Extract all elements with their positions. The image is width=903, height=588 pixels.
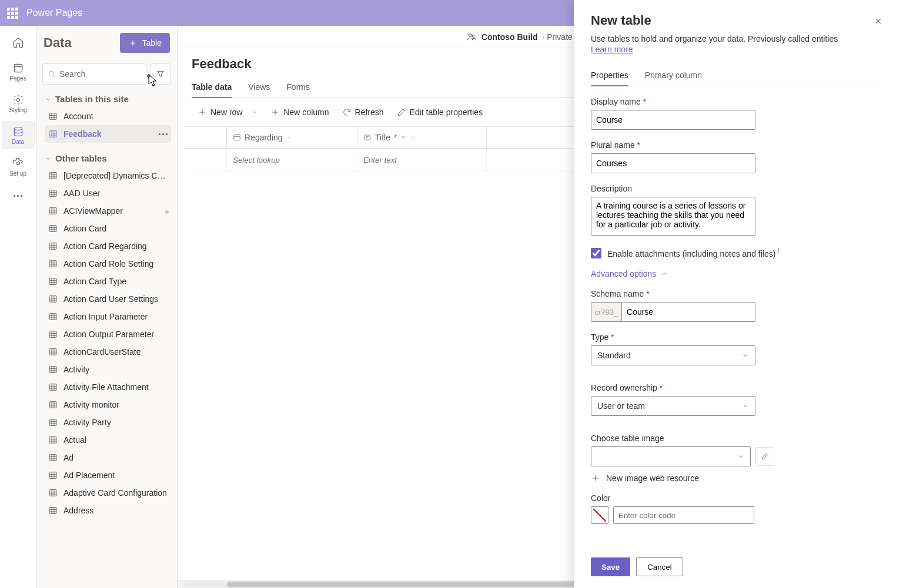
enable-attachments-checkbox[interactable] bbox=[591, 248, 601, 258]
new-table-button[interactable]: ＋ Table bbox=[120, 33, 170, 53]
learn-more-link[interactable]: Learn more bbox=[591, 45, 633, 54]
table-item[interactable]: Action Output Parameter bbox=[45, 325, 171, 343]
svg-rect-9 bbox=[49, 208, 56, 214]
text-input[interactable] bbox=[363, 156, 480, 164]
nav-rail: PagesStylingDataSet up bbox=[0, 26, 36, 588]
chevron-down-icon bbox=[286, 135, 292, 140]
table-item[interactable]: Feedback bbox=[45, 125, 171, 143]
edit-icon bbox=[397, 107, 406, 117]
tab-views[interactable]: Views bbox=[248, 78, 270, 98]
svg-rect-23 bbox=[49, 455, 56, 461]
panel-subtitle: Use tables to hold and organize your dat… bbox=[591, 34, 887, 43]
search-input-wrap[interactable] bbox=[42, 63, 146, 85]
svg-rect-7 bbox=[49, 173, 56, 179]
panel-tab-primary-column[interactable]: Primary column bbox=[645, 66, 702, 86]
group-icon bbox=[466, 32, 477, 42]
edit-icon bbox=[761, 452, 769, 461]
lookup-input[interactable] bbox=[233, 156, 351, 164]
section-other-tables[interactable]: Other tables bbox=[45, 153, 171, 163]
column-selector[interactable] bbox=[185, 127, 227, 148]
column-header-title[interactable]: Title * bbox=[357, 127, 487, 148]
panel-tab-properties[interactable]: Properties bbox=[591, 66, 628, 86]
table-item[interactable]: Action Card Type bbox=[45, 273, 171, 290]
svg-rect-29 bbox=[234, 135, 240, 140]
table-item[interactable]: Activity File Attachment bbox=[45, 378, 171, 396]
more-icon[interactable] bbox=[159, 133, 168, 135]
cmd-refresh[interactable]: Refresh bbox=[336, 105, 390, 119]
advanced-options-toggle[interactable]: Advanced options bbox=[591, 269, 887, 278]
waffle-icon[interactable] bbox=[7, 8, 18, 19]
table-item[interactable]: Action Card User Settings bbox=[45, 290, 171, 308]
color-code-input[interactable] bbox=[613, 506, 754, 524]
table-icon bbox=[48, 382, 58, 392]
table-icon bbox=[48, 294, 58, 304]
table-item[interactable]: Action Card Regarding bbox=[45, 237, 171, 255]
save-button[interactable]: Save bbox=[591, 557, 630, 576]
schema-name-input[interactable] bbox=[621, 302, 755, 322]
color-swatch[interactable] bbox=[591, 506, 608, 524]
table-item[interactable]: [Deprecated] Dynamics Cust... bbox=[45, 167, 171, 184]
svg-point-2 bbox=[14, 127, 22, 130]
table-item[interactable]: Account bbox=[45, 107, 171, 125]
type-select[interactable]: Standard bbox=[591, 345, 755, 365]
tab-forms[interactable]: Forms bbox=[286, 78, 310, 98]
table-item[interactable]: ACIViewMapper bbox=[45, 202, 171, 220]
plural-name-input[interactable] bbox=[591, 153, 755, 173]
rail-item-styling[interactable]: Styling bbox=[2, 89, 35, 117]
table-icon bbox=[48, 418, 58, 427]
home-icon bbox=[12, 36, 24, 48]
table-item[interactable]: Actual bbox=[45, 431, 171, 449]
chevron-down-icon bbox=[252, 109, 257, 115]
ownership-select[interactable]: User or team bbox=[591, 396, 755, 416]
chevron-down-icon bbox=[45, 96, 52, 103]
rail-item-set-up[interactable]: Set up bbox=[2, 153, 35, 181]
svg-point-4 bbox=[49, 71, 53, 76]
table-icon bbox=[48, 129, 58, 139]
column-header-regarding[interactable]: Regarding bbox=[227, 127, 357, 148]
close-button[interactable] bbox=[870, 13, 887, 29]
table-item[interactable]: Activity bbox=[45, 361, 171, 378]
lookup-icon bbox=[233, 133, 241, 142]
table-item[interactable]: Action Card bbox=[45, 220, 171, 237]
new-image-resource-button[interactable]: New image web resource bbox=[591, 473, 887, 483]
chevron-down-icon bbox=[410, 135, 416, 140]
rail-item-pages[interactable]: Pages bbox=[2, 58, 35, 86]
rail-icon bbox=[12, 157, 24, 169]
table-item[interactable]: Ad bbox=[45, 449, 171, 466]
table-item[interactable]: Action Input Parameter bbox=[45, 308, 171, 325]
table-icon bbox=[48, 171, 58, 180]
search-input[interactable] bbox=[59, 69, 141, 79]
cancel-button[interactable]: Cancel bbox=[636, 557, 683, 576]
table-item[interactable]: Action Card Role Setting bbox=[45, 255, 171, 273]
svg-rect-21 bbox=[49, 419, 56, 426]
description-input[interactable] bbox=[591, 197, 755, 236]
section-tables-in-site[interactable]: Tables in this site bbox=[45, 94, 171, 104]
image-select[interactable] bbox=[591, 446, 751, 466]
svg-rect-0 bbox=[14, 64, 22, 72]
new-table-panel: New table Use tables to hold and organiz… bbox=[574, 0, 903, 588]
cmd-new-row[interactable]: New row bbox=[192, 105, 263, 119]
edit-image-button[interactable] bbox=[755, 447, 774, 466]
home-button[interactable] bbox=[2, 31, 35, 54]
svg-rect-19 bbox=[49, 384, 56, 391]
rail-more-button[interactable] bbox=[2, 187, 35, 204]
table-item[interactable]: AAD User bbox=[45, 184, 171, 202]
rail-item-data[interactable]: Data bbox=[2, 121, 35, 149]
table-icon bbox=[48, 259, 58, 268]
scroll-thumb[interactable] bbox=[165, 210, 169, 214]
table-item[interactable]: Activity Party bbox=[45, 414, 171, 431]
table-item[interactable]: Adaptive Card Configuration bbox=[45, 484, 171, 502]
table-item[interactable]: Address bbox=[45, 502, 171, 519]
cmd-new-column[interactable]: New column bbox=[265, 105, 335, 119]
table-item[interactable]: ActionCardUserState bbox=[45, 343, 171, 361]
table-icon bbox=[48, 453, 58, 462]
table-item[interactable]: Ad Placement bbox=[45, 466, 171, 484]
svg-rect-20 bbox=[49, 402, 56, 408]
display-name-input[interactable] bbox=[591, 110, 755, 130]
plus-icon bbox=[270, 107, 280, 117]
enable-attachments-label: Enable attachments (including notes and … bbox=[607, 248, 780, 258]
table-item[interactable]: Activity monitor bbox=[45, 396, 171, 414]
cmd-edit-props[interactable]: Edit table properties bbox=[391, 105, 489, 119]
tab-table-data[interactable]: Table data bbox=[192, 78, 232, 98]
svg-rect-10 bbox=[49, 226, 56, 232]
